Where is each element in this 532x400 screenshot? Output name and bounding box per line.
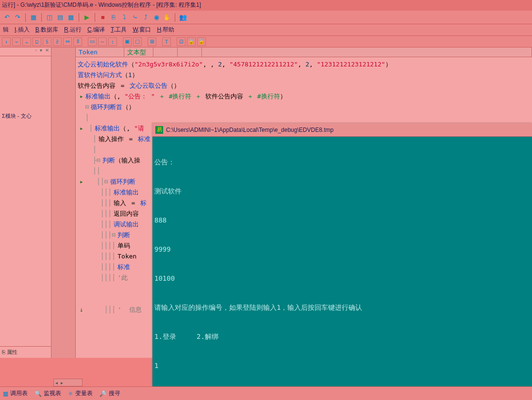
main-toolbar: ↶ ↷ ▦ ◫ ▤ ▦ ▶ ■ ⎘ ⤵ ⤷ ⤴ ◉ ✋ 👥 [0, 11, 532, 24]
distribute-v-icon[interactable]: ⇕ [73, 37, 82, 46]
breakpoint-icon[interactable]: ◉ [151, 13, 161, 22]
menu-window[interactable]: W.窗口 [133, 26, 151, 34]
console-line: 9999 [154, 244, 530, 254]
close-panel-icon[interactable]: ✕ [44, 48, 50, 56]
window-split-icon[interactable]: ◫ [45, 13, 54, 22]
align-bottom-icon[interactable]: ⫔ [53, 37, 62, 46]
separator [41, 13, 42, 22]
separator [25, 13, 26, 22]
editor-gutter [51, 48, 76, 358]
th-empty1 [153, 48, 178, 57]
console-line: 10100 [154, 273, 530, 283]
variables-icon: ⚛ [68, 390, 73, 397]
tree-module-item[interactable]: Σ模块 - 文心 [0, 110, 51, 123]
code-line: 置软件访问方式（1） [77, 70, 531, 80]
step-icon[interactable]: ⎘ [109, 13, 118, 22]
align-center-icon[interactable]: ⫟ [12, 37, 21, 46]
stop-icon[interactable]: ■ [98, 13, 108, 22]
tab-label: 监视表 [44, 389, 61, 398]
dropdown-icon[interactable]: ▾ [39, 48, 43, 56]
run-icon[interactable]: ▶ [82, 13, 92, 22]
people-icon[interactable]: 👥 [178, 13, 188, 22]
table-icon: ▦ [3, 390, 8, 397]
scroll-left-icon[interactable]: ◂ [54, 380, 59, 385]
send-back-icon[interactable]: ▢ [133, 37, 142, 46]
console-line: 888 [154, 215, 530, 225]
step-out-icon[interactable]: ⤴ [141, 13, 150, 22]
left-panel-tab[interactable]: ⎘ 属性 [0, 346, 51, 358]
menu-edit-partial[interactable]: 辑 [3, 26, 9, 34]
bring-front-icon[interactable]: ▣ [123, 37, 132, 46]
console-output: 公告： 测试软件 888 9999 10100 请输入对应的操作编号，如果登陆则… [152, 137, 532, 400]
search-icon: 🔍 [34, 390, 42, 397]
group-icon[interactable]: ⊞ [148, 37, 156, 46]
redo-icon[interactable]: ↷ [13, 13, 22, 22]
size-h-icon[interactable]: ↕ [108, 37, 117, 46]
arrow-icon: ▸ [78, 93, 85, 100]
tab-label: 搜寻 [109, 389, 120, 398]
bottom-tabs-bar: ▦ 调用表 🔍 监视表 ⚛ 变量表 🔎 搜寻 [0, 386, 532, 400]
code-line: │ [77, 112, 531, 123]
properties-tab-icon: ⎘ [2, 349, 5, 355]
horizontal-scrollbar[interactable]: ◂ ▸ [53, 379, 83, 386]
size-w-icon[interactable]: ↔ [98, 37, 107, 46]
align-right-icon[interactable]: ⫠ [22, 37, 31, 46]
arrow-down-icon: ↓ [78, 306, 85, 313]
scroll-right-icon[interactable]: ▸ [59, 380, 65, 385]
console-line: 1.登录 2.解绑 [154, 332, 530, 341]
code-line: 软件公告内容 ＝ 文心云取公告（） [77, 80, 531, 91]
separator [79, 13, 79, 22]
menu-help[interactable]: H.帮助 [157, 26, 174, 34]
window-title: 运行] - G:\wlyz\1新验证\CMD单码.e - Windows控制台程… [2, 1, 201, 8]
align-left-icon[interactable]: ⫞ [2, 37, 11, 46]
tab-call-table[interactable]: ▦ 调用表 [3, 389, 28, 398]
tab-search[interactable]: 🔎 搜寻 [100, 389, 120, 398]
step-over-icon[interactable]: ⤵ [119, 13, 129, 22]
menu-tools[interactable]: T.工具 [111, 26, 127, 34]
arrow-icon: ▸ [78, 178, 85, 185]
window-grid-icon[interactable]: ▦ [66, 13, 76, 22]
console-line: 1 [154, 361, 530, 370]
left-panel: ▫ ▾ ✕ Σ模块 - 文心 ⎘ 属性 [0, 48, 51, 358]
th-token: Token [76, 48, 124, 57]
distribute-h-icon[interactable]: ⇔ [63, 37, 72, 46]
console-titlebar[interactable]: 易 C:\Users\ADMINI~1\AppData\Local\Temp\e… [152, 123, 532, 137]
menu-compile[interactable]: C.编译 [87, 26, 105, 34]
tab-watch-table[interactable]: 🔍 监视表 [34, 389, 61, 398]
console-line: 公告： [154, 157, 530, 167]
code-line: ⊟循环判断首（） [77, 102, 531, 112]
tab-label: 调用表 [10, 389, 28, 398]
app-icon: 易 [155, 126, 163, 134]
console-title: C:\Users\ADMINI~1\AppData\Local\Temp\e_d… [166, 127, 333, 133]
window-tile-icon[interactable]: ▤ [55, 13, 65, 22]
console-window: 易 C:\Users\ADMINI~1\AppData\Local\Temp\e… [152, 123, 532, 400]
separator [175, 13, 175, 22]
undo-icon[interactable]: ↶ [2, 13, 12, 22]
menu-insert[interactable]: I.I.插入插入 [15, 26, 30, 34]
code-line: ▸标准输出（, "公告： " ＋ #换行符 ＋ 软件公告内容 ＋ #换行符） [77, 91, 531, 102]
pin-icon[interactable]: ▫ [34, 48, 38, 56]
menu-database[interactable]: B.数据库 [35, 26, 58, 34]
secondary-toolbar: ⫞ ⫟ ⫠ ⫒ ⫓ ⫔ ⇔ ⇕ ▭ ↔ ↕ ▣ ▢ ⊞ T ⊡ 🔒 🔓 [0, 36, 532, 48]
menu-bar: 辑 I.I.插入插入 B.数据库 R.运行 C.编译 T.工具 W.窗口 H.帮… [0, 24, 532, 36]
step-into-icon[interactable]: ⤷ [130, 13, 140, 22]
tab-variable-table[interactable]: ⚛ 变量表 [68, 389, 93, 398]
text-icon[interactable]: T [162, 37, 171, 46]
align-top-icon[interactable]: ⫒ [33, 37, 41, 46]
unlock-icon[interactable]: 🔓 [197, 37, 206, 46]
menu-run[interactable]: R.运行 [64, 26, 82, 34]
layout-icon[interactable]: ▦ [29, 13, 38, 22]
size-same-icon[interactable]: ▭ [88, 37, 97, 46]
grid-icon[interactable]: ⊡ [177, 37, 185, 46]
th-empty2 [178, 48, 202, 57]
properties-tab-label: 属性 [7, 349, 17, 355]
arrow-icon: ▸ [78, 125, 85, 132]
separator [95, 13, 95, 22]
console-line: 请输入对应的操作编号，如果登陆则输入1，输入后按回车键进行确认 [154, 303, 530, 312]
console-line: 测试软件 [154, 186, 530, 196]
lock-icon[interactable]: 🔒 [187, 37, 196, 46]
align-middle-icon[interactable]: ⫓ [43, 37, 51, 46]
th-type: 文本型 [124, 48, 153, 57]
hand-icon[interactable]: ✋ [162, 13, 172, 22]
window-title-bar: 运行] - G:\wlyz\1新验证\CMD单码.e - Windows控制台程… [0, 0, 532, 11]
